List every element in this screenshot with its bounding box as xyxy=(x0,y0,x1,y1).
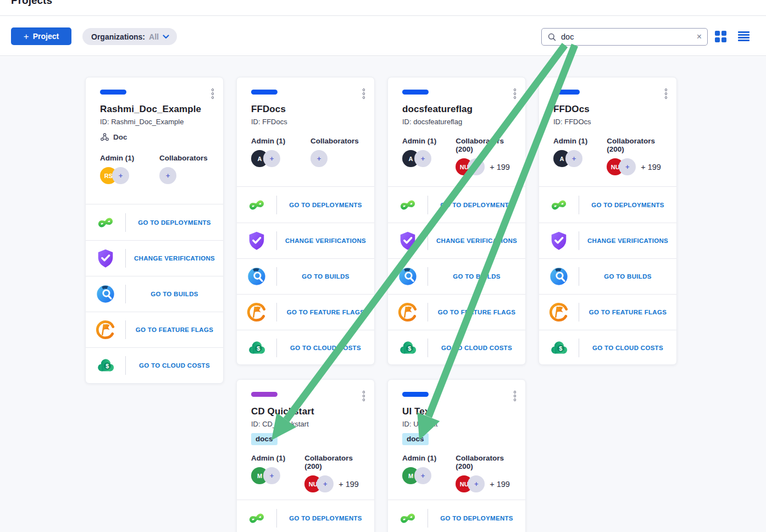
project-id: ID: FFDOcs xyxy=(553,118,665,126)
project-title: FFDocs xyxy=(251,104,363,115)
project-card-rashmi-doc-example[interactable]: Rashmi_Doc_Example ID: Rashmi_Doc_Exampl… xyxy=(85,77,224,384)
go-to-cloud-costs-link[interactable]: GO TO CLOUD COSTS xyxy=(579,345,676,351)
feature-flags-icon xyxy=(539,302,579,323)
deployments-icon xyxy=(388,508,428,529)
go-to-deployments-row[interactable]: GO TO DEPLOYMENTS xyxy=(388,500,525,532)
go-to-deployments-link[interactable]: GO TO DEPLOYMENTS xyxy=(428,202,525,208)
go-to-builds-link[interactable]: GO TO BUILDS xyxy=(277,273,374,280)
add-admin-button[interactable]: + xyxy=(565,150,582,167)
verifications-icon xyxy=(86,248,125,269)
go-to-feature-flags-row[interactable]: GO TO FEATURE FLAGS xyxy=(237,294,374,330)
change-verifications-row[interactable]: CHANGE VERIFICATIONS xyxy=(388,223,525,258)
go-to-builds-link[interactable]: GO TO BUILDS xyxy=(126,291,223,297)
search-icon xyxy=(547,32,557,42)
collaborators-overflow-count: + 199 xyxy=(641,163,661,171)
change-verifications-row[interactable]: CHANGE VERIFICATIONS xyxy=(237,223,374,258)
search-box[interactable]: × xyxy=(541,28,708,46)
project-card-docsfeatureflag[interactable]: docsfeatureflag ID: docsfeatureflag Admi… xyxy=(387,77,526,365)
search-input[interactable] xyxy=(561,32,692,41)
go-to-builds-row[interactable]: GO TO BUILDS xyxy=(237,258,374,294)
new-project-button[interactable]: + Project xyxy=(11,27,71,45)
project-card-ui-text[interactable]: UI Text ID: UI_Text docs Admin (1) M + C… xyxy=(387,379,526,532)
add-collaborator-button[interactable]: + xyxy=(619,158,636,175)
organizations-filter[interactable]: Organizations: All xyxy=(82,28,177,45)
add-collaborator-button[interactable]: + xyxy=(468,475,485,492)
deployments-icon xyxy=(237,195,276,215)
project-card-ffdocs-2[interactable]: FFDOcs ID: FFDOcs Admin (1) A + Collabor… xyxy=(539,77,677,365)
change-verifications-row[interactable]: CHANGE VERIFICATIONS xyxy=(539,223,676,258)
admin-label: Admin (1) xyxy=(402,137,441,145)
add-collaborator-button[interactable]: + xyxy=(468,158,485,175)
go-to-builds-row[interactable]: GO TO BUILDS xyxy=(86,276,223,312)
add-admin-button[interactable]: + xyxy=(414,467,431,484)
add-admin-button[interactable]: + xyxy=(263,150,280,167)
go-to-cloud-costs-row[interactable]: GO TO CLOUD COSTS xyxy=(86,347,223,383)
admin-label: Admin (1) xyxy=(251,454,290,462)
go-to-deployments-row[interactable]: GO TO DEPLOYMENTS xyxy=(539,187,676,223)
go-to-feature-flags-link[interactable]: GO TO FEATURE FLAGS xyxy=(428,309,525,315)
go-to-cloud-costs-row[interactable]: GO TO CLOUD COSTS xyxy=(237,330,374,365)
change-verifications-link[interactable]: CHANGE VERIFICATIONS xyxy=(579,237,676,244)
admin-label: Admin (1) xyxy=(402,454,441,462)
project-title: FFDOcs xyxy=(553,104,665,115)
add-collaborator-button[interactable]: + xyxy=(159,167,176,184)
project-color-bar xyxy=(251,392,277,397)
grid-view-icon[interactable] xyxy=(715,31,726,42)
go-to-cloud-costs-row[interactable]: GO TO CLOUD COSTS xyxy=(388,330,525,365)
project-card-ffdocs[interactable]: FFDocs ID: FFDocs Admin (1) A + Collabor… xyxy=(236,77,375,365)
go-to-cloud-costs-link[interactable]: GO TO CLOUD COSTS xyxy=(126,362,223,369)
go-to-feature-flags-row[interactable]: GO TO FEATURE FLAGS xyxy=(86,312,223,347)
change-verifications-link[interactable]: CHANGE VERIFICATIONS xyxy=(126,255,223,262)
go-to-deployments-row[interactable]: GO TO DEPLOYMENTS xyxy=(237,500,374,532)
collaborators-overflow-count: + 199 xyxy=(490,163,510,171)
go-to-cloud-costs-link[interactable]: GO TO CLOUD COSTS xyxy=(277,345,374,351)
card-menu-button[interactable] xyxy=(663,86,670,101)
change-verifications-link[interactable]: CHANGE VERIFICATIONS xyxy=(277,237,374,244)
deployments-icon xyxy=(539,195,579,215)
go-to-feature-flags-link[interactable]: GO TO FEATURE FLAGS xyxy=(277,309,374,315)
search-clear-button[interactable]: × xyxy=(697,32,702,41)
card-menu-button[interactable] xyxy=(209,86,217,101)
go-to-builds-row[interactable]: GO TO BUILDS xyxy=(539,258,676,294)
go-to-deployments-link[interactable]: GO TO DEPLOYMENTS xyxy=(428,515,525,522)
go-to-deployments-row[interactable]: GO TO DEPLOYMENTS xyxy=(86,204,223,240)
add-admin-button[interactable]: + xyxy=(263,467,280,484)
go-to-deployments-link[interactable]: GO TO DEPLOYMENTS xyxy=(126,219,223,226)
add-collaborator-button[interactable]: + xyxy=(310,150,328,167)
go-to-deployments-row[interactable]: GO TO DEPLOYMENTS xyxy=(388,187,525,223)
go-to-deployments-link[interactable]: GO TO DEPLOYMENTS xyxy=(277,202,374,208)
go-to-feature-flags-link[interactable]: GO TO FEATURE FLAGS xyxy=(126,326,223,333)
go-to-feature-flags-link[interactable]: GO TO FEATURE FLAGS xyxy=(579,309,676,315)
card-menu-button[interactable] xyxy=(360,389,368,403)
card-menu-button[interactable] xyxy=(512,389,519,403)
verifications-icon xyxy=(388,230,428,251)
go-to-feature-flags-row[interactable]: GO TO FEATURE FLAGS xyxy=(539,294,676,330)
card-menu-button[interactable] xyxy=(360,86,368,101)
collaborators-label: Collaborators (200) xyxy=(607,137,665,153)
collaborators-label: Collaborators (200) xyxy=(456,137,514,153)
add-admin-button[interactable]: + xyxy=(414,150,431,167)
go-to-builds-link[interactable]: GO TO BUILDS xyxy=(428,273,525,280)
project-card-cd-quickstart[interactable]: CD Quickstart ID: CD_Quickstart docs Adm… xyxy=(236,379,375,532)
go-to-builds-row[interactable]: GO TO BUILDS xyxy=(388,258,525,294)
change-verifications-link[interactable]: CHANGE VERIFICATIONS xyxy=(428,237,525,244)
go-to-deployments-link[interactable]: GO TO DEPLOYMENTS xyxy=(579,202,676,208)
add-admin-button[interactable]: + xyxy=(112,167,129,184)
project-title: CD Quickstart xyxy=(251,406,363,417)
go-to-deployments-link[interactable]: GO TO DEPLOYMENTS xyxy=(277,515,374,522)
go-to-feature-flags-row[interactable]: GO TO FEATURE FLAGS xyxy=(388,294,525,330)
card-menu-button[interactable] xyxy=(512,86,519,101)
change-verifications-row[interactable]: CHANGE VERIFICATIONS xyxy=(86,240,223,276)
feature-flags-icon xyxy=(388,302,428,323)
projects-page: Projects + Project Organizations: All × … xyxy=(0,0,766,532)
organizations-filter-value: All xyxy=(149,32,159,41)
go-to-builds-link[interactable]: GO TO BUILDS xyxy=(579,273,676,280)
verifications-icon xyxy=(237,230,276,251)
list-view-icon[interactable] xyxy=(738,31,750,41)
add-collaborator-button[interactable]: + xyxy=(317,475,334,492)
builds-icon xyxy=(388,266,428,287)
go-to-deployments-row[interactable]: GO TO DEPLOYMENTS xyxy=(237,187,374,223)
deployments-icon xyxy=(86,212,125,233)
go-to-cloud-costs-link[interactable]: GO TO CLOUD COSTS xyxy=(428,345,525,351)
go-to-cloud-costs-row[interactable]: GO TO CLOUD COSTS xyxy=(539,330,676,365)
